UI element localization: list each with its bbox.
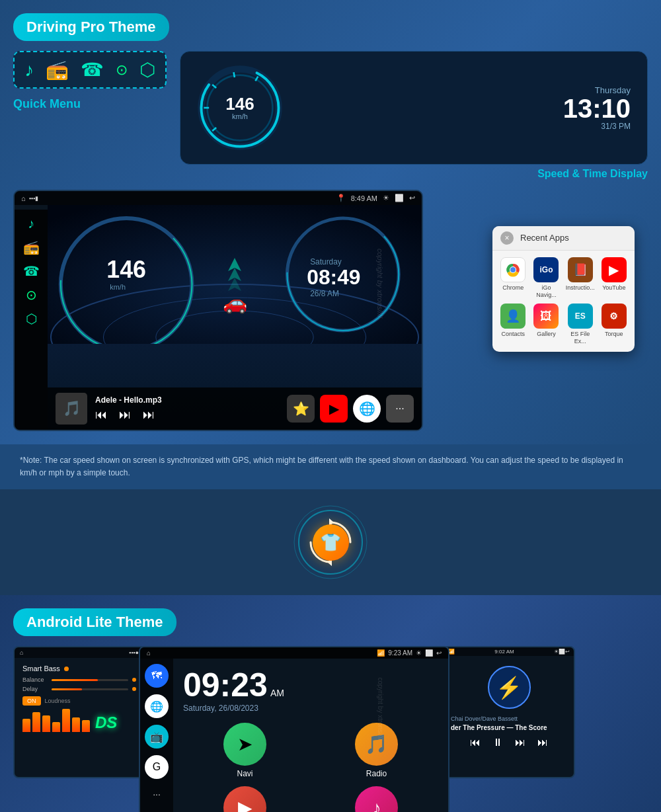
status-bar: ⌂ ▪▪▪▮ 📍 8:49 AM ☀ ⬜ ↩: [15, 191, 422, 205]
recent-app-es[interactable]: ES ES File Ex...: [566, 304, 595, 345]
balance-slider[interactable]: [52, 679, 128, 681]
google-sidebar-icon[interactable]: G: [145, 755, 169, 779]
gallery-label: Gallery: [537, 331, 556, 338]
speed-time-box: 146 km/h Thursday 13:10 31/3 PM: [180, 51, 648, 165]
theme-switcher-section: 👕: [0, 489, 661, 595]
recent-apps-title: Recent Apps: [520, 233, 569, 243]
eq-bar-5: [62, 709, 70, 732]
speed-value: 146: [225, 95, 254, 112]
hex-icon[interactable]: ⬡: [139, 59, 155, 81]
clock-widget: Thursday 13:10 31/3 PM: [303, 85, 631, 131]
right-play-btn[interactable]: ⏸: [492, 737, 503, 749]
window-icon[interactable]: ⬜: [395, 194, 404, 202]
chrome-icon: [500, 257, 525, 282]
chrome-sidebar-icon[interactable]: 🌐: [145, 694, 169, 718]
right-next-btn[interactable]: ⏭: [515, 737, 525, 749]
recent-app-contacts[interactable]: 👤 Contacts: [499, 304, 527, 345]
delay-row: Delay: [22, 686, 136, 692]
contacts-icon: 👤: [500, 304, 525, 329]
android-right-screen: 📶 9:02 AM ☀⬜↩ ⚡ Chai Dover/Dave Bassett …: [443, 646, 575, 778]
left-status-home: ⌂: [20, 649, 23, 656]
note-section: *Note: The car speed shown on screen is …: [0, 444, 661, 489]
eq-bar-6: [72, 717, 80, 732]
home-icon[interactable]: ⌂: [21, 194, 26, 202]
svg-line-6: [234, 72, 235, 77]
star-app-btn[interactable]: ⭐: [287, 395, 315, 423]
right-time: 9:02 AM: [494, 649, 514, 655]
right-playback-controls: ⏮ ⏸ ⏭ ⏭: [451, 737, 567, 749]
switcher-circle[interactable]: 👕: [291, 503, 370, 582]
driving-theme-label: Driving Pro Theme: [13, 13, 169, 41]
sidebar-phone[interactable]: ☎: [23, 263, 40, 279]
android-lite-section: Android Lite Theme ⌂ ▪▪▪● Smart Bass Bal…: [0, 595, 661, 812]
recent-app-instructions[interactable]: 📕 Instructio...: [566, 257, 595, 299]
chrome-app-btn[interactable]: 🌐: [353, 395, 381, 423]
recent-app-igo[interactable]: iGo iGo Navig...: [532, 257, 560, 299]
es-label: ES File Ex...: [566, 331, 595, 345]
music-icon[interactable]: ♪: [24, 60, 34, 81]
back-icon-android[interactable]: ↩: [436, 649, 442, 657]
right-prev-btn[interactable]: ⏮: [470, 737, 481, 749]
sidebar-music[interactable]: ♪: [28, 216, 34, 231]
eq-bar-7: [82, 720, 90, 732]
eq-bar-1: [22, 719, 30, 732]
skip-btn[interactable]: ⏭: [143, 408, 155, 422]
right-status-bar: 📶 9:02 AM ☀⬜↩: [444, 647, 574, 656]
theme-switcher-btn[interactable]: 👕: [313, 524, 349, 561]
android-screens-container: ⌂ ▪▪▪● Smart Bass Balance Delay: [13, 646, 648, 812]
navi-app[interactable]: ➤ Navi: [183, 723, 307, 778]
teal-app-icon[interactable]: 📺: [145, 725, 169, 749]
music-icon: ♪: [355, 786, 398, 812]
contacts-label: Contacts: [501, 331, 525, 338]
bluetooth-display: ⚡: [451, 666, 567, 709]
android-status-time: 9:23 AM: [388, 649, 412, 657]
balance-row: Balance: [22, 676, 136, 683]
phone-icon[interactable]: ☎: [81, 59, 104, 81]
more-dots[interactable]: ···: [153, 789, 161, 799]
radio-icon[interactable]: 📻: [46, 59, 69, 81]
recent-app-chrome[interactable]: Chrome: [499, 257, 527, 299]
delay-slider[interactable]: [52, 688, 128, 690]
recent-app-youtube[interactable]: ▶ YouTube: [600, 257, 628, 299]
delay-label: Delay: [22, 686, 48, 692]
android-theme-label: Android Lite Theme: [13, 608, 176, 636]
sidebar-radio[interactable]: 📻: [23, 239, 40, 255]
recent-app-gallery[interactable]: 🖼 Gallery: [532, 304, 560, 345]
recent-app-torque[interactable]: ⚙ Torque: [600, 304, 628, 345]
brightness-icon[interactable]: ☀: [383, 194, 389, 202]
android-main-content: 09:23 AM Saturday, 26/08/2023 ➤ Navi: [173, 659, 448, 812]
android-time: 09:23: [183, 669, 268, 702]
video-app[interactable]: ▶ Video: [183, 786, 307, 812]
android-sidebar: 🗺 🌐 📺 G ···: [140, 659, 173, 812]
sidebar-play[interactable]: ⊙: [26, 287, 37, 303]
recent-apps-panel: × Recent Apps: [492, 226, 635, 352]
driving-sidebar: ♪ 📻 ☎ ⊙ ⬡: [15, 210, 48, 430]
more-apps-btn[interactable]: ···: [386, 395, 414, 423]
on-row: ON Loudness: [22, 696, 136, 706]
chrome-label: Chrome: [502, 284, 524, 292]
equalizer-visual: DS: [22, 709, 136, 732]
right-skip-btn[interactable]: ⏭: [537, 737, 548, 749]
music-app[interactable]: ♪ Music: [315, 786, 438, 812]
play-icon[interactable]: ⊙: [116, 61, 128, 79]
main-screen-area: ⌂ ▪▪▪▮ 📍 8:49 AM ☀ ⬜ ↩ ♪ 📻 ☎ ⊙: [13, 190, 648, 431]
back-icon[interactable]: ↩: [409, 194, 415, 202]
youtube-app-btn[interactable]: ▶: [320, 395, 348, 423]
on-button[interactable]: ON: [22, 696, 41, 706]
prev-btn[interactable]: ⏮: [95, 408, 107, 422]
bluetooth-icon: ⚡: [488, 666, 531, 709]
recent-apps-close-btn[interactable]: ×: [500, 231, 514, 245]
window-icon-android[interactable]: ⬜: [425, 649, 433, 657]
track-artist: Chai Dover/Dave Bassett: [451, 715, 567, 722]
loudness-label: Loudness: [45, 698, 71, 704]
right-content: ⚡ Chai Dover/Dave Bassett der The Pressu…: [444, 656, 574, 755]
delay-dot: [132, 687, 136, 691]
nav-app-icon[interactable]: 🗺: [145, 664, 169, 688]
next-btn[interactable]: ⏭: [119, 408, 131, 422]
sidebar-hex[interactable]: ⬡: [26, 311, 37, 327]
svg-text:km/h: km/h: [110, 283, 126, 291]
balance-label: Balance: [22, 676, 48, 683]
eq-bar-4: [52, 722, 60, 732]
brightness-icon-android[interactable]: ☀: [416, 649, 422, 657]
android-main-screen: ⌂ 📶 9:23 AM ☀ ⬜ ↩ 🗺 🌐 📺 G ···: [139, 646, 449, 812]
